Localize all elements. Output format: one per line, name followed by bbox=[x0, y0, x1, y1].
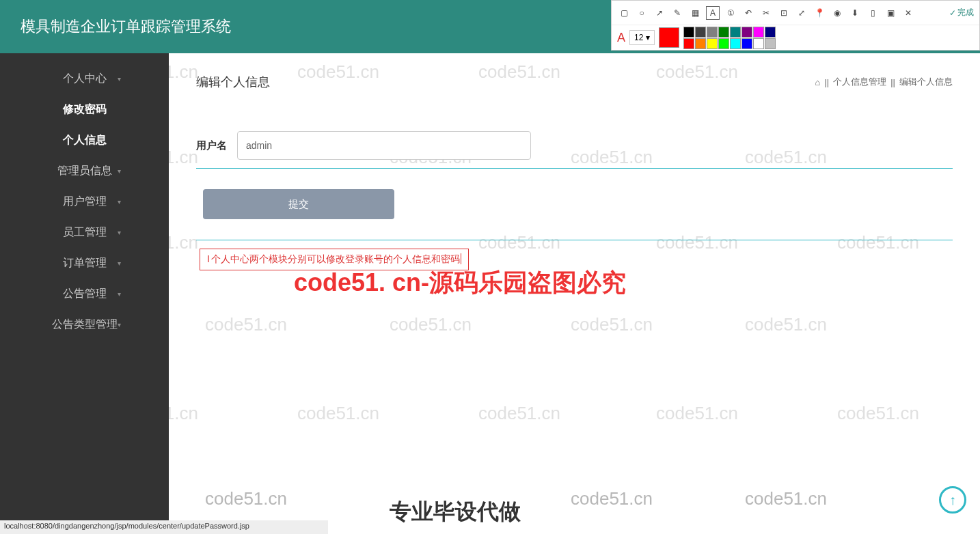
color-swatch[interactable] bbox=[741, 38, 752, 49]
divider bbox=[196, 240, 953, 240]
undo-icon[interactable]: ↶ bbox=[741, 6, 755, 20]
chevron-down-icon: ▾ bbox=[118, 75, 121, 83]
font-size-select[interactable]: 12▾ bbox=[629, 30, 655, 45]
rect-icon[interactable]: ▢ bbox=[617, 6, 631, 20]
chevron-down-icon: ▾ bbox=[118, 290, 121, 298]
ocr-icon[interactable]: ⊡ bbox=[777, 6, 791, 20]
color-swatch[interactable] bbox=[718, 38, 729, 49]
sidebar-item-4[interactable]: 用户管理▾ bbox=[0, 186, 169, 217]
breadcrumb-l2: 编辑个人信息 bbox=[899, 76, 953, 88]
pen-icon[interactable]: ✎ bbox=[670, 6, 684, 20]
save-icon[interactable]: ▯ bbox=[866, 6, 880, 20]
sidebar-item-6[interactable]: 订单管理▾ bbox=[0, 248, 169, 279]
download-icon[interactable]: ⬇ bbox=[848, 6, 862, 20]
sidebar-item-7[interactable]: 公告管理▾ bbox=[0, 279, 169, 309]
color-swatch[interactable] bbox=[765, 27, 776, 38]
current-color[interactable] bbox=[659, 27, 679, 48]
app-title: 模具制造企业订单跟踪管理系统 bbox=[21, 16, 231, 37]
username-label: 用户名 bbox=[196, 139, 237, 152]
close-icon[interactable]: ✕ bbox=[901, 6, 915, 20]
record-icon[interactable]: ◉ bbox=[830, 6, 844, 20]
color-swatch[interactable] bbox=[695, 27, 706, 38]
pin-icon[interactable]: 📍 bbox=[813, 6, 826, 20]
color-swatch[interactable] bbox=[683, 38, 694, 49]
color-swatch[interactable] bbox=[683, 27, 694, 38]
color-swatch[interactable] bbox=[753, 27, 764, 38]
font-color-indicator: A bbox=[617, 31, 625, 45]
sidebar-item-0[interactable]: 个人中心▾ bbox=[0, 64, 169, 94]
sidebar-item-8[interactable]: 公告类型管理▾ bbox=[0, 309, 169, 340]
circle-icon[interactable]: ○ bbox=[635, 6, 649, 20]
mosaic-icon[interactable]: ▦ bbox=[688, 6, 702, 20]
breadcrumb: ⌂ || 个人信息管理 || 编辑个人信息 bbox=[815, 76, 953, 88]
sidebar-item-1[interactable]: 修改密码 bbox=[0, 94, 169, 125]
home-icon[interactable]: ⌂ bbox=[815, 77, 821, 87]
submit-button[interactable]: 提交 bbox=[203, 189, 394, 219]
done-button[interactable]: ✓ 完成 bbox=[949, 7, 974, 18]
sidebar-item-5[interactable]: 员工管理▾ bbox=[0, 217, 169, 248]
username-row: 用户名 bbox=[196, 131, 953, 169]
number-icon[interactable]: ① bbox=[724, 6, 737, 20]
chevron-down-icon: ▾ bbox=[118, 198, 121, 206]
color-swatch[interactable] bbox=[741, 27, 752, 38]
text-icon[interactable]: A bbox=[706, 6, 720, 20]
page-title: 编辑个人信息 bbox=[196, 74, 270, 90]
copy-icon[interactable]: ▣ bbox=[884, 6, 897, 20]
sidebar-item-2[interactable]: 个人信息 bbox=[0, 125, 169, 156]
color-palette[interactable] bbox=[683, 27, 776, 49]
username-input[interactable] bbox=[237, 131, 531, 160]
chevron-down-icon: ▾ bbox=[118, 167, 121, 175]
chevron-down-icon: ▾ bbox=[118, 321, 121, 328]
annotation-toolbar: ▢ ○ ↗ ✎ ▦ A ① ↶ ✂ ⊡ ⤢ 📍 ◉ ⬇ ▯ ▣ ✕ ✓ 完成 A… bbox=[611, 0, 980, 51]
sidebar: 个人中心▾修改密码个人信息管理员信息▾用户管理▾员工管理▾订单管理▾公告管理▾公… bbox=[0, 53, 169, 520]
color-swatch[interactable] bbox=[695, 38, 706, 49]
scroll-top-button[interactable]: ↑ bbox=[939, 486, 966, 514]
big-watermark: code51. cn-源码乐园盗图必究 bbox=[294, 266, 626, 300]
footer-watermark: 专业毕设代做 bbox=[390, 497, 521, 527]
color-swatch[interactable] bbox=[707, 38, 718, 49]
color-swatch[interactable] bbox=[718, 27, 729, 38]
color-swatch[interactable] bbox=[730, 27, 741, 38]
color-swatch[interactable] bbox=[730, 38, 741, 49]
statusbar: localhost:8080/dingdangenzhong/jsp/modul… bbox=[0, 520, 328, 534]
sidebar-item-3[interactable]: 管理员信息▾ bbox=[0, 156, 169, 186]
breadcrumb-l1[interactable]: 个人信息管理 bbox=[833, 76, 886, 88]
chevron-down-icon: ▾ bbox=[118, 259, 121, 267]
chevron-down-icon: ▾ bbox=[118, 229, 121, 236]
expand-icon[interactable]: ⤢ bbox=[795, 6, 808, 20]
color-swatch[interactable] bbox=[765, 38, 776, 49]
arrow-icon[interactable]: ↗ bbox=[653, 6, 666, 20]
color-swatch[interactable] bbox=[707, 27, 718, 38]
cut-icon[interactable]: ✂ bbox=[759, 6, 773, 20]
color-swatch[interactable] bbox=[753, 38, 764, 49]
